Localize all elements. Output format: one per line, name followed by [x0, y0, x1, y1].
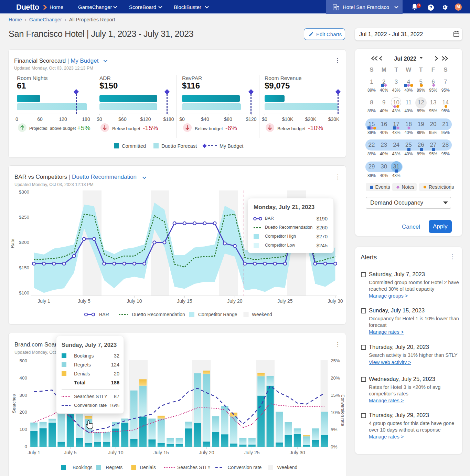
svg-text:July 10: July 10 [127, 298, 142, 304]
svg-text:Denials: Denials [140, 465, 156, 470]
svg-text:5%: 5% [331, 427, 338, 432]
svg-text:July 20: July 20 [227, 298, 243, 304]
svg-text:July 25: July 25 [244, 450, 260, 455]
svg-text:Bookings: Bookings [73, 465, 93, 470]
svg-text:Conversion rate: Conversion rate [228, 465, 262, 470]
svg-text:200: 200 [19, 410, 27, 415]
svg-text:July 10: July 10 [108, 450, 124, 455]
svg-text:0%: 0% [331, 444, 338, 449]
svg-text:Weekend: Weekend [252, 312, 272, 317]
svg-text:July 25: July 25 [277, 298, 293, 304]
svg-text:10%: 10% [331, 410, 340, 415]
svg-text:500: 500 [19, 358, 27, 363]
svg-text:July 1: July 1 [28, 450, 40, 455]
svg-text:$300: $300 [19, 189, 29, 195]
svg-text:15%: 15% [331, 393, 340, 398]
svg-text:$250: $250 [19, 215, 29, 220]
svg-text:Searches STLY: Searches STLY [177, 465, 211, 470]
svg-text:BAR: BAR [99, 312, 109, 317]
svg-text:July 5: July 5 [64, 450, 77, 455]
svg-text:July 1: July 1 [38, 298, 50, 304]
svg-text:20%: 20% [331, 375, 340, 381]
svg-text:Conversion rate: Conversion rate [340, 394, 345, 426]
svg-text:Weekend: Weekend [277, 465, 297, 470]
svg-text:100: 100 [19, 427, 27, 432]
svg-text:300: 300 [19, 393, 27, 398]
svg-text:$200: $200 [19, 240, 29, 245]
svg-text:July 20: July 20 [199, 450, 214, 455]
svg-text:Competitor Range: Competitor Range [198, 312, 237, 317]
svg-text:July 30: July 30 [328, 298, 343, 304]
svg-text:25%: 25% [331, 358, 340, 363]
svg-text:$150: $150 [19, 265, 29, 270]
svg-text:Rate: Rate [10, 239, 15, 248]
svg-text:July 5: July 5 [78, 298, 90, 304]
svg-text:July 15: July 15 [177, 298, 192, 304]
svg-text:July 30: July 30 [290, 450, 305, 455]
svg-text:Regrets: Regrets [106, 465, 122, 470]
svg-text:0: 0 [24, 444, 27, 449]
svg-text:Duetto Recommendation: Duetto Recommendation [132, 312, 185, 317]
svg-text:Searches: Searches [11, 394, 17, 413]
svg-text:$100: $100 [19, 290, 29, 296]
svg-text:July 15: July 15 [153, 450, 169, 455]
svg-text:400: 400 [19, 375, 27, 381]
